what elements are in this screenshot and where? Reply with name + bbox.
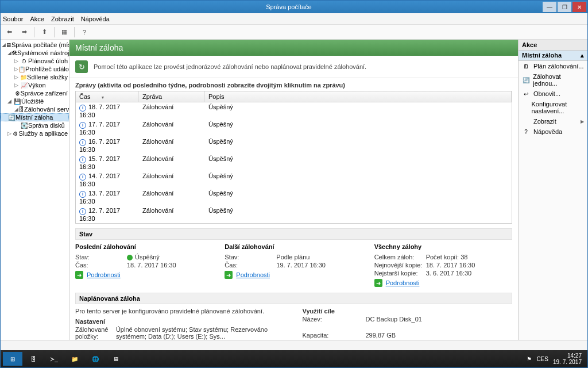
- taskbar-server-manager[interactable]: 🗄: [24, 352, 43, 366]
- forward-button[interactable]: ➡: [18, 26, 30, 38]
- chevron-right-icon: ▶: [581, 119, 584, 124]
- last-backup-section: Poslední zálohování Stav:Úspěšný Čas:18.…: [75, 243, 213, 287]
- menu-help[interactable]: Nápověda: [81, 16, 110, 22]
- menubar: Soubor Akce Zobrazit Nápověda: [1, 13, 587, 25]
- taskbar-explorer[interactable]: 📁: [65, 352, 84, 366]
- taskbar-compmgmt[interactable]: 🖥: [106, 352, 126, 366]
- close-button[interactable]: ✕: [572, 2, 586, 12]
- info-icon: i: [79, 208, 86, 215]
- next-backup-section: Další zálohování Stav:Podle plánu Čas:19…: [225, 243, 362, 287]
- page-title: Místní záloha: [69, 40, 518, 56]
- actions-heading: Akce: [519, 40, 587, 51]
- status-heading: Stav: [75, 228, 512, 240]
- reports-table: Čas Zpráva Popis i18. 7. 2017 16:30Záloh…: [75, 91, 512, 224]
- chevron-up-icon[interactable]: ▴: [581, 52, 584, 59]
- window-title: Správa počítače: [35, 3, 543, 10]
- info-icon: i: [79, 156, 86, 163]
- last-backup-title: Poslední zálohování: [75, 243, 213, 250]
- table-row[interactable]: i16. 7. 2017 16:30ZálohováníÚspěšný: [76, 137, 512, 154]
- taskbar-powershell[interactable]: ≻_: [44, 352, 64, 366]
- tree-shared[interactable]: ▷📁Sdílené složky: [1, 73, 69, 81]
- action-view[interactable]: Zobrazit▶: [519, 116, 587, 126]
- tree-storage[interactable]: ◢💾Úložiště: [1, 97, 69, 105]
- next-backup-title: Další zálohování: [225, 243, 362, 250]
- tree-services[interactable]: ▷⚙Služby a aplikace: [1, 129, 69, 137]
- tree-local-backup[interactable]: 🔄Místní záloha: [1, 113, 69, 121]
- arrow-icon: ➜: [75, 271, 83, 279]
- action-help[interactable]: ?Nápověda: [519, 126, 587, 137]
- taskbar-ie[interactable]: 🌐: [86, 352, 105, 366]
- back-button[interactable]: ⬅: [3, 26, 16, 38]
- col-desc[interactable]: Popis: [205, 91, 512, 102]
- titlebar: Správa počítače — ❐ ✕: [1, 1, 587, 13]
- planned-settings: Pro tento server je konfigurováno pravid…: [75, 308, 285, 340]
- action-configure[interactable]: Konfigurovat nastavení...: [519, 99, 587, 116]
- arrow-icon: ➜: [374, 279, 382, 287]
- tree-perf[interactable]: ▷📈Výkon: [1, 81, 69, 89]
- tree-scheduler[interactable]: ▷⏲Plánovač úloh: [1, 57, 69, 65]
- menu-file[interactable]: Soubor: [3, 16, 23, 22]
- action-schedule[interactable]: 🗓Plán zálohování...: [519, 61, 587, 71]
- arrow-icon: ➜: [225, 271, 233, 279]
- tree-disks[interactable]: 💽Správa disků: [1, 121, 69, 129]
- up-button[interactable]: ⬆: [38, 26, 51, 38]
- all-backups-section: Všechny zálohy Celkem záloh:Počet kopií:…: [374, 243, 512, 287]
- reports-header-row: Čas Zpráva Popis: [76, 91, 512, 102]
- calendar-icon: 🗓: [522, 63, 530, 70]
- tree-system-tools[interactable]: ◢🛠Systémové nástroje: [1, 49, 69, 57]
- toolbar: ⬅ ➡ ⬆ ▦ ?: [1, 25, 587, 40]
- planned-heading: Naplánovaná záloha: [75, 293, 512, 304]
- statusbar: [1, 340, 587, 350]
- info-icon: i: [79, 139, 86, 146]
- actions-pane: Akce Místní záloha▴ 🗓Plán zálohování... …: [519, 40, 587, 340]
- table-row[interactable]: i18. 7. 2017 16:30ZálohováníÚspěšný: [76, 102, 512, 120]
- info-icon: i: [79, 174, 86, 181]
- taskbar: ⊞ 🗄 ≻_ 📁 🌐 🖥 ⚑ CES 14:27 19. 7. 2017: [1, 350, 587, 367]
- next-details-link[interactable]: Podrobnosti: [236, 271, 270, 278]
- app-window: Správa počítače — ❐ ✕ Soubor Akce Zobraz…: [0, 0, 588, 368]
- tree-wbserver[interactable]: ◢🗄Zálohování serveru: [1, 105, 69, 113]
- table-row[interactable]: i17. 7. 2017 16:30ZálohováníÚspěšný: [76, 120, 512, 137]
- tray-lang[interactable]: CES: [536, 356, 548, 362]
- col-time[interactable]: Čas: [76, 91, 139, 102]
- table-row[interactable]: i14. 7. 2017 16:30ZálohováníÚspěšný: [76, 171, 512, 189]
- start-button[interactable]: ⊞: [3, 352, 22, 366]
- tree-events[interactable]: ▷📋Prohlížeč událostí: [1, 65, 69, 73]
- content-pane: Místní záloha ↻ Pomocí této aplikace lze…: [69, 40, 519, 340]
- info-icon: i: [79, 122, 86, 129]
- help-icon: ?: [522, 129, 530, 135]
- table-row[interactable]: i15. 7. 2017 16:30ZálohováníÚspěšný: [76, 154, 512, 171]
- all-backups-title: Všechny zálohy: [374, 243, 512, 250]
- success-icon: [127, 255, 133, 260]
- menu-actions[interactable]: Akce: [30, 16, 44, 22]
- properties-button[interactable]: ▦: [58, 26, 71, 38]
- tray-clock[interactable]: 14:27 19. 7. 2017: [553, 352, 582, 365]
- action-restore[interactable]: ↩Obnovit...: [519, 89, 587, 99]
- table-row[interactable]: i12. 7. 2017 16:30ZálohováníÚspěšný: [76, 206, 512, 223]
- actions-subheading: Místní záloha▴: [519, 51, 587, 61]
- nav-tree[interactable]: ◢🖥Správa počítače (místní) ◢🛠Systémové n…: [1, 40, 69, 340]
- page-description: ↻ Pomocí této aplikace lze provést jedno…: [69, 56, 518, 78]
- backup-once-icon: 🔄: [522, 77, 529, 83]
- backup-icon: ↻: [75, 60, 88, 73]
- action-backup-once[interactable]: 🔄Zálohovat jednou...: [519, 71, 587, 89]
- info-icon: i: [79, 105, 86, 112]
- maximize-button[interactable]: ❐: [558, 2, 571, 12]
- help-button[interactable]: ?: [78, 26, 91, 38]
- reports-label: Zprávy (aktivita od posledního týdne, po…: [69, 78, 518, 91]
- menu-view[interactable]: Zobrazit: [51, 16, 74, 22]
- table-row[interactable]: i13. 7. 2017 16:30ZálohováníÚspěšný: [76, 189, 512, 206]
- info-icon: i: [79, 191, 86, 198]
- tree-devmgr[interactable]: ⚙Správce zařízení: [1, 89, 69, 97]
- col-msg[interactable]: Zpráva: [139, 91, 205, 102]
- restore-icon: ↩: [522, 91, 530, 97]
- minimize-button[interactable]: —: [543, 2, 556, 12]
- all-details-link[interactable]: Podrobnosti: [386, 279, 420, 286]
- planned-destination: Využití cíle Název:DC Backup Disk_01 Kap…: [303, 308, 513, 340]
- tree-root[interactable]: ◢🖥Správa počítače (místní): [1, 41, 69, 49]
- last-details-link[interactable]: Podrobnosti: [87, 271, 121, 278]
- tray-flag-icon[interactable]: ⚑: [527, 356, 532, 362]
